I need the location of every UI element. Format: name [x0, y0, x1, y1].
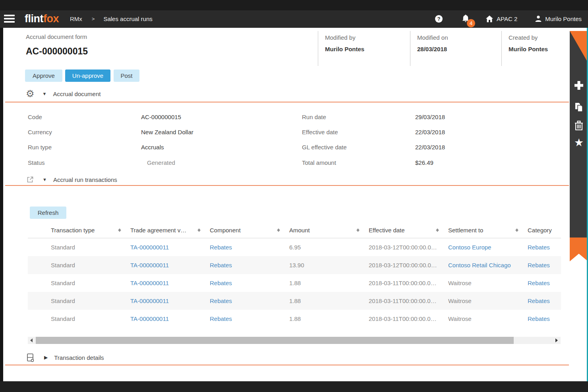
cell-settlement-to[interactable]: Contoso Europe [448, 244, 528, 251]
cell-category[interactable]: Rebates [528, 280, 561, 286]
sort-icon[interactable] [197, 227, 201, 234]
cell-amount: 13.90 [289, 262, 369, 268]
bottom-bar [0, 381, 588, 392]
cell-trade-agreement[interactable]: TA-000000011 [130, 297, 210, 304]
cell-effective-date: 2018-03-11T00:00:00.0… [369, 315, 448, 322]
cell-component[interactable]: Rebates [210, 262, 289, 268]
post-button[interactable]: Post [114, 70, 139, 82]
cell-amount: 6.95 [289, 244, 369, 251]
meta-label: Modified by [325, 34, 410, 41]
unapprove-button[interactable]: Un-approve [65, 70, 110, 82]
cell-component[interactable]: Rebates [210, 280, 289, 286]
section-accrual-run-transactions[interactable]: ▼ Accrual run transactions [26, 174, 117, 185]
section-divider [5, 102, 569, 102]
section-transaction-details[interactable]: ▶ Transaction details [26, 352, 104, 363]
cell-transaction-type: Standard [28, 315, 130, 322]
cell-settlement-to: Waitrose [448, 315, 528, 322]
field-run-type: Run type Accruals [28, 144, 286, 153]
scrollbar-thumb[interactable] [36, 337, 514, 344]
meta-label: Modified on [417, 34, 501, 41]
add-icon[interactable] [570, 79, 588, 91]
section-divider [5, 365, 569, 365]
breadcrumb-app[interactable]: RMx [70, 15, 82, 22]
table-header-row: Transaction type Trade agreement v… Comp… [28, 222, 561, 238]
horizontal-scrollbar[interactable] [28, 337, 561, 344]
cell-trade-agreement[interactable]: TA-000000011 [130, 315, 210, 322]
column-transaction-type: Transaction type [28, 222, 130, 238]
field-code: Code AC-000000015 [28, 114, 286, 122]
gear-icon: ⚙ [26, 89, 35, 98]
cell-component[interactable]: Rebates [210, 297, 289, 304]
cell-trade-agreement[interactable]: TA-000000011 [130, 280, 210, 286]
column-settlement-to: Settlement to [448, 222, 528, 238]
chevron-down-icon: ▼ [43, 177, 47, 182]
transactions-body: StandardTA-000000011Rebates6.952018-03-1… [28, 238, 561, 328]
cell-transaction-type: Standard [28, 280, 130, 286]
trash-icon[interactable] [570, 120, 588, 131]
section-divider [5, 185, 569, 186]
approve-button[interactable]: Approve [25, 70, 62, 82]
scroll-right-icon[interactable] [553, 337, 560, 344]
table-row: StandardTA-000000011Rebates1.882018-03-1… [28, 310, 561, 328]
sort-icon[interactable] [356, 227, 360, 234]
cell-amount: 1.88 [289, 315, 369, 322]
chevron-down-icon: ▼ [43, 91, 47, 96]
bookmark-ribbon-icon[interactable] [570, 238, 588, 261]
copy-icon[interactable] [570, 102, 588, 113]
meta-value: Murilo Pontes [325, 46, 410, 52]
environment-button[interactable]: APAC 2 [485, 15, 517, 23]
field-run-date: Run date 29/03/2018 [302, 114, 560, 122]
sort-icon[interactable] [515, 227, 519, 234]
favorite-star-icon[interactable] [570, 137, 588, 148]
column-category: Category [528, 222, 561, 238]
column-component: Component [210, 222, 289, 238]
table-row: StandardTA-000000011Rebates1.882018-03-1… [28, 292, 561, 310]
flintfox-logo[interactable]: flintfox [25, 13, 59, 25]
cell-trade-agreement[interactable]: TA-000000011 [130, 244, 210, 251]
chevron-right-icon: ▶ [44, 355, 48, 360]
user-menu[interactable]: Murilo Pontes [532, 15, 582, 22]
document-id-heading: AC-000000015 [26, 46, 88, 57]
sort-icon[interactable] [277, 227, 280, 234]
cell-trade-agreement[interactable]: TA-000000011 [130, 262, 210, 268]
document-icon [26, 353, 35, 362]
notification-badge: 4 [467, 19, 475, 27]
main-content: Accrual document form AC-000000015 Modif… [3, 28, 588, 381]
cell-effective-date: 2018-03-11T00:00:00.0… [369, 280, 448, 286]
meta-value: 28/03/2018 [417, 46, 501, 52]
help-icon[interactable] [435, 15, 443, 23]
table-row: StandardTA-000000011Rebates13.902018-03-… [28, 256, 561, 274]
menu-icon[interactable] [4, 15, 15, 23]
section-accrual-document[interactable]: ⚙ ▼ Accrual document [26, 88, 101, 99]
cell-component[interactable]: Rebates [210, 244, 289, 251]
section-title: Transaction details [54, 354, 104, 361]
sort-icon[interactable] [436, 227, 439, 234]
cell-category[interactable]: Rebates [528, 315, 561, 322]
field-effective-date: Effective date 22/03/2018 [302, 129, 560, 137]
field-status: Status Generated [28, 159, 286, 168]
sort-icon[interactable] [118, 227, 122, 234]
home-icon [485, 15, 493, 23]
column-amount: Amount [289, 222, 369, 238]
cell-category[interactable]: Rebates [528, 244, 561, 251]
cell-component[interactable]: Rebates [210, 315, 289, 322]
table-row: StandardTA-000000011Rebates6.952018-03-1… [28, 238, 561, 256]
table-row: StandardTA-000000011Rebates1.882018-03-1… [28, 274, 561, 292]
section-title: Accrual run transactions [53, 176, 117, 183]
cell-amount: 1.88 [289, 297, 369, 304]
cell-effective-date: 2018-03-11T00:00:00.0… [369, 297, 448, 304]
refresh-button[interactable]: Refresh [30, 207, 66, 219]
action-sidebar [570, 31, 588, 238]
cell-settlement-to[interactable]: Contoso Retail Chicago [448, 262, 528, 268]
cell-category[interactable]: Rebates [528, 297, 561, 304]
scroll-left-icon[interactable] [28, 337, 34, 344]
meta-modified-on: Modified on 28/03/2018 [410, 31, 501, 66]
notifications-button[interactable]: 4 [462, 14, 470, 23]
cell-transaction-type: Standard [28, 297, 130, 304]
breadcrumb-separator-icon: > [92, 16, 95, 22]
field-currency: Currency New Zealand Dollar [28, 129, 286, 137]
external-link-icon [26, 175, 35, 184]
cell-category[interactable]: Rebates [528, 262, 561, 268]
user-name-label: Murilo Pontes [545, 15, 582, 22]
cell-transaction-type: Standard [28, 244, 130, 251]
